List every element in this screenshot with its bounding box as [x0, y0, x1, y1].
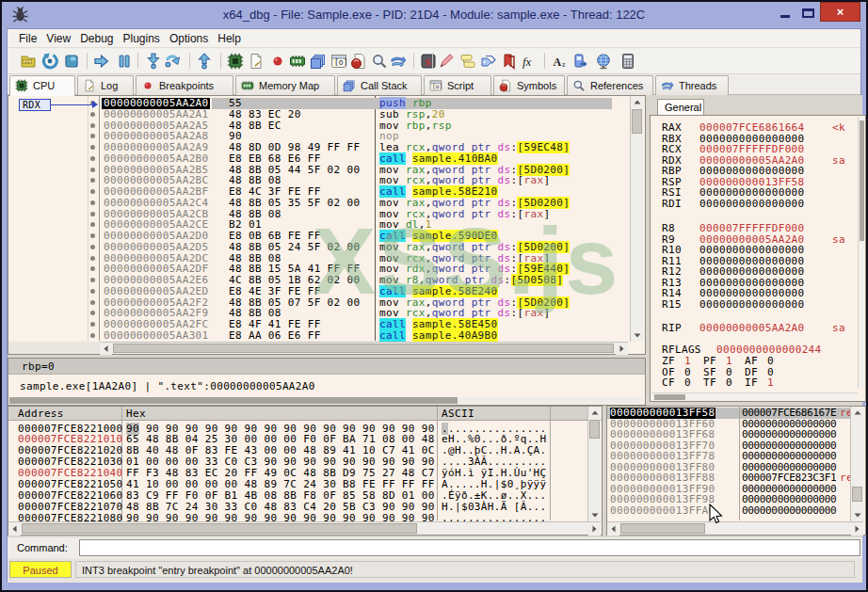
scroll-thumb[interactable] [654, 394, 685, 400]
breakpoint-dot[interactable] [90, 212, 95, 216]
references-magnifier-icon[interactable] [371, 53, 388, 70]
call-stack-icon[interactable] [310, 53, 327, 70]
run-icon[interactable] [93, 53, 110, 70]
comments-icon[interactable] [459, 53, 476, 70]
disasm-row[interactable]: 00000000005AA2A548 8B ECmov rbp,rsp [8, 120, 626, 132]
ascii-table-icon[interactable]: Az [552, 53, 569, 70]
stack-row[interactable]: 000000000013FFA00000000000000000 [607, 505, 850, 517]
register-row[interactable]: RDI0000000000000000 [662, 198, 805, 210]
disasm-row[interactable]: 00000000005AA2B0E8 EB 68 E6 FFcall sampl… [8, 153, 626, 165]
dump-hscrollbar[interactable] [8, 521, 601, 535]
stack-row[interactable]: 000000000013FF680000000000000000 [607, 429, 850, 440]
dump-pane[interactable]: AddressHexASCII000007FCE822100090 90 90 … [8, 406, 603, 536]
stack-row[interactable]: 000000000013FF980000000000000000 [607, 494, 850, 505]
scroll-down-button[interactable] [588, 509, 602, 521]
scroll-thumb[interactable] [589, 420, 600, 439]
breakpoint-dot[interactable] [90, 134, 95, 138]
stop-icon[interactable] [63, 53, 80, 70]
registers-hscrollbar[interactable] [651, 392, 858, 400]
symbols-orb-icon[interactable] [350, 53, 367, 70]
disasm-vscrollbar[interactable] [630, 96, 643, 342]
labels-icon[interactable] [480, 53, 497, 70]
breakpoint-dot[interactable] [90, 168, 95, 172]
tab-general[interactable]: General [657, 99, 704, 116]
breakpoint-dot[interactable] [90, 256, 95, 261]
disasm-row[interactable]: 00000000005AA2FCE8 4F 41 FE FFcall sampl… [8, 319, 626, 330]
scroll-thumb[interactable] [632, 109, 642, 134]
scroll-down-button[interactable] [631, 329, 644, 342]
memory-map-icon[interactable] [289, 53, 306, 70]
threads-arrows-icon[interactable] [390, 53, 407, 70]
minimize-button[interactable] [772, 4, 798, 22]
disasm-row[interactable]: 00000000005AA2A148 83 EC 20sub rsp,20 [8, 109, 626, 120]
info-scrollbar[interactable] [9, 397, 642, 404]
breakpoint-dot[interactable] [90, 123, 95, 128]
seh-chain-icon[interactable]: S [420, 53, 437, 70]
menu-item-options[interactable]: Options [165, 29, 213, 48]
breakpoint-dot[interactable] [90, 156, 95, 161]
disasm-hscrollbar[interactable] [100, 342, 628, 354]
tab-threads[interactable]: Threads [655, 75, 729, 95]
disasm-row[interactable]: 00000000005AA2A055push rbp [8, 98, 626, 109]
breakpoint-dot[interactable] [90, 112, 95, 117]
scroll-thumb[interactable] [113, 344, 614, 353]
menu-item-file[interactable]: File [14, 29, 41, 48]
registers-vscrollbar[interactable] [858, 117, 864, 388]
script-window-icon[interactable]: [o] [330, 53, 347, 70]
breakpoint-dot[interactable] [90, 333, 95, 338]
debug-device-icon[interactable] [571, 53, 588, 70]
restart-icon[interactable] [41, 53, 58, 70]
scroll-up-button[interactable] [851, 407, 864, 419]
tab-breakpoints[interactable]: Breakpoints [136, 75, 233, 95]
disasm-row[interactable]: 00000000005AA2EDE8 4E 3F FE FFcall sampl… [8, 286, 626, 297]
close-button[interactable]: × [820, 2, 860, 22]
scroll-left-button[interactable] [8, 522, 21, 536]
tab-cpu[interactable]: CPU [9, 75, 75, 96]
scroll-right-button[interactable] [851, 522, 863, 536]
stack-hscrollbar[interactable] [607, 521, 863, 535]
scroll-left-button[interactable] [607, 522, 619, 536]
cpu-chip-icon[interactable] [227, 53, 244, 70]
disasm-row[interactable]: 00000000005AA2BFE8 4C 3F FE FFcall sampl… [8, 186, 626, 198]
tab-memory-map[interactable]: Memory Map [235, 75, 335, 95]
scroll-up-button[interactable] [631, 96, 644, 108]
stack-row[interactable]: 000000000013FF780000000000000000 [607, 451, 850, 462]
menu-item-plugins[interactable]: Plugins [119, 29, 165, 48]
step-into-icon[interactable] [145, 53, 162, 70]
disasm-row[interactable]: 00000000005AA2A948 8D 0D 98 49 FF FFlea … [8, 142, 626, 153]
breakpoint-dot[interactable] [90, 311, 95, 315]
breakpoint-dot[interactable] [90, 322, 95, 327]
tab-log[interactable]: Log [77, 75, 134, 95]
menu-item-view[interactable]: View [41, 29, 75, 48]
disassembly-pane[interactable]: 00000000005AA2A055push rbp00000000005AA2… [8, 95, 646, 355]
maximize-button[interactable] [796, 4, 822, 22]
breakpoint-dot[interactable] [90, 289, 95, 294]
tab-references[interactable]: References [567, 75, 653, 95]
step-over-icon[interactable] [164, 53, 181, 70]
info-line-selected[interactable]: rbp=0 [8, 359, 645, 375]
scroll-thumb[interactable] [852, 487, 862, 502]
register-row[interactable]: R150000000000000000 [662, 298, 805, 311]
menu-item-help[interactable]: Help [213, 29, 246, 48]
breakpoint-dot[interactable] [90, 222, 95, 227]
breakpoint-dot[interactable] [90, 189, 95, 194]
functions-fx-icon[interactable]: fx [522, 53, 538, 70]
bookmarks-icon[interactable] [501, 53, 518, 70]
menu-item-debug[interactable]: Debug [75, 29, 118, 48]
open-folder-icon[interactable] [20, 53, 37, 70]
breakpoint-dot[interactable] [90, 266, 95, 271]
disasm-row[interactable]: 00000000005AA2E64C 8B 05 1B 62 02 00mov … [8, 275, 626, 286]
scroll-down-button[interactable] [851, 509, 864, 521]
scroll-up-button[interactable] [588, 407, 602, 419]
breakpoint-dot[interactable] [90, 145, 95, 150]
title-bar[interactable]: x64_dbg - File: Sample.exe - PID: 21D4 -… [2, 2, 866, 28]
run-to-return-icon[interactable] [196, 53, 213, 70]
scroll-right-button[interactable] [616, 343, 628, 355]
registers-pane[interactable]: GeneralRAX000007FCE6861664<kRBX000000000… [650, 95, 866, 402]
register-row[interactable]: RIP00000000005AA2A0sa [662, 322, 805, 334]
breakpoint-dot-icon[interactable] [269, 53, 286, 70]
scroll-thumb[interactable] [22, 523, 417, 534]
stack-vscrollbar[interactable] [850, 407, 863, 521]
scroll-right-button[interactable] [588, 522, 601, 536]
tab-script[interactable]: [o]Script [424, 75, 491, 95]
